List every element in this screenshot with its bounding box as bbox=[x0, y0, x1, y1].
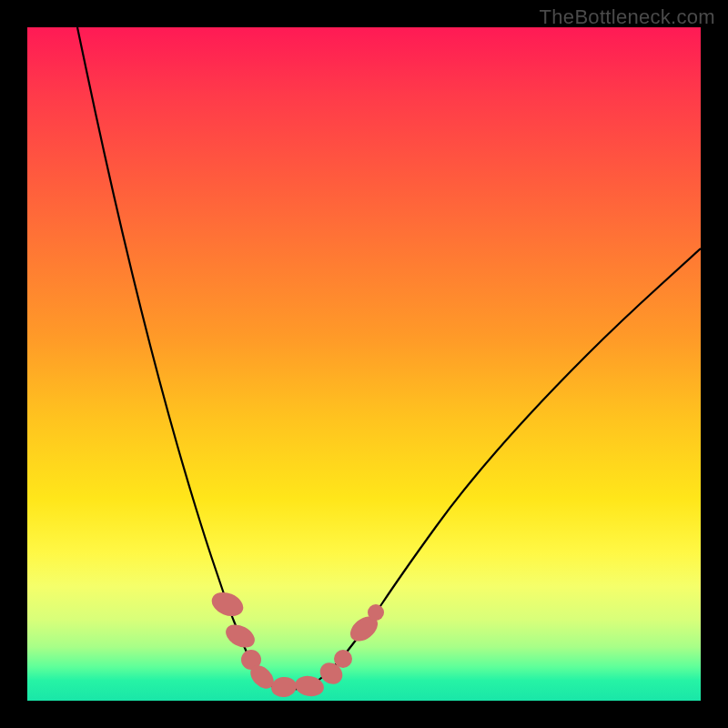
outer-frame: TheBottleneck.com bbox=[0, 0, 728, 728]
watermark-text: TheBottleneck.com bbox=[540, 5, 715, 29]
curve-left-branch bbox=[77, 27, 291, 690]
plot-area bbox=[27, 27, 701, 701]
curve-marker-dot bbox=[334, 650, 352, 668]
curve-marker-pill bbox=[208, 588, 247, 621]
curve-marker-dot bbox=[368, 604, 384, 621]
curve-marker-pill bbox=[222, 620, 258, 652]
curve-group bbox=[77, 27, 701, 690]
curve-marker-pill bbox=[270, 675, 298, 699]
marker-group bbox=[208, 588, 384, 699]
chart-svg bbox=[27, 27, 701, 701]
curve-right-branch bbox=[291, 248, 701, 690]
